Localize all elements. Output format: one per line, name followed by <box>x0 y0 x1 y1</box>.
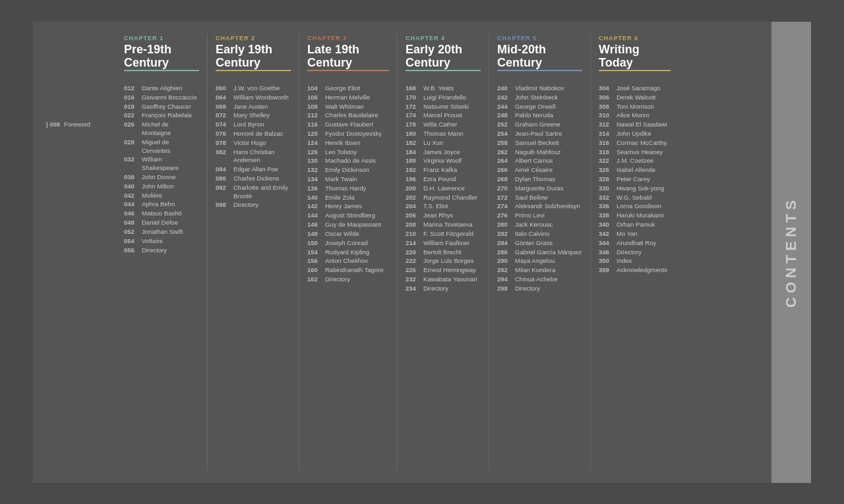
entry-number: 314 <box>599 130 613 138</box>
entry-list-ch3: 104George Eliot106Herman Melville108Walt… <box>307 84 389 284</box>
list-item: 144August Strindberg <box>307 211 389 220</box>
entry-number: 154 <box>307 248 322 257</box>
entry-number: 184 <box>406 148 420 157</box>
entry-number: 312 <box>599 121 613 129</box>
entry-title: John Updike <box>617 130 651 138</box>
entry-title: Jane Austen <box>233 103 268 111</box>
list-item: 202Raymond Chandler <box>406 194 481 202</box>
entry-number: 274 <box>497 202 512 211</box>
list-item: 338Haruki Murakami <box>599 211 671 220</box>
entry-title: Joseph Conrad <box>325 239 367 248</box>
entry-number: 150 <box>307 239 322 248</box>
entry-title: Thomas Mann <box>423 130 464 138</box>
list-item: 308Toni Morrison <box>599 103 671 111</box>
entry-number: 116 <box>307 121 322 129</box>
entry-number: 180 <box>406 130 420 138</box>
entry-title: Rabindranath Tagore <box>325 266 384 275</box>
entry-number: 082 <box>216 148 230 165</box>
list-item: 106Herman Melville <box>307 94 389 102</box>
list-item: 248Pablo Neruda <box>497 111 582 120</box>
entry-title: Graham Greene <box>515 121 560 129</box>
list-item: 076Honoré de Balzac <box>216 130 291 138</box>
entry-title: Bertolt Brecht <box>423 248 462 257</box>
list-item: 200D.H. Lawrence <box>406 184 481 193</box>
chapter-divider-ch1 <box>124 70 199 71</box>
list-item: 142Henry James <box>307 202 389 211</box>
entry-title: Mo Yan <box>617 230 638 238</box>
entry-number: 136 <box>307 184 322 193</box>
list-item: 222Jorge Luis Borges <box>406 257 481 266</box>
entry-number: 156 <box>307 257 322 266</box>
chapter-title-ch5: Mid-20th Century <box>497 43 582 70</box>
entry-number: 018 <box>124 103 138 111</box>
entry-number: 192 <box>406 166 420 175</box>
entry-number: 264 <box>497 157 512 165</box>
entry-title: Edgar Allan Poe <box>233 165 278 174</box>
entry-title: James Joyce <box>423 148 460 157</box>
entry-number: 332 <box>599 194 613 202</box>
entry-title: Directory <box>233 201 258 210</box>
list-item: 084Edgar Allan Poe <box>216 165 291 174</box>
entry-title: Mark Twain <box>325 175 357 184</box>
entry-number: 092 <box>216 184 230 201</box>
list-item: 314John Updike <box>599 130 671 138</box>
entry-title: Virginia Woolf <box>423 157 462 165</box>
chapter-header-ch1: CHAPTER 1Pre-19th Century <box>124 35 199 78</box>
entry-title: Charles Dickens <box>233 175 279 183</box>
list-item: 206Jean Rhys <box>406 211 481 220</box>
column-separator <box>590 35 591 470</box>
entry-number: 028 <box>124 138 138 155</box>
list-item: 210F. Scott Fitzgerald <box>406 230 481 238</box>
list-item: 134Mark Twain <box>307 175 389 184</box>
entry-title: Hwang Sok-yong <box>617 184 664 193</box>
chapter-header-ch3: CHAPTER 3Late 19th Century <box>307 35 389 78</box>
entry-title: Leo Tolstoy <box>325 148 357 157</box>
entry-title: Samuel Beckett <box>515 139 559 148</box>
entry-title: Lu Xun <box>423 139 443 148</box>
chapter-divider-ch6 <box>599 70 671 71</box>
entry-title: Italo Calvino <box>515 230 549 238</box>
chapter-title-ch4: Early 20th Century <box>406 43 481 70</box>
entry-list-ch5: 240Vladimir Nabokov242John Steinbeck244G… <box>497 84 582 293</box>
entry-number: 098 <box>216 201 230 210</box>
entry-number: 340 <box>599 221 613 229</box>
list-item: 124Henrik Ibsen <box>307 139 389 148</box>
entry-title: Anton Chekhov <box>325 257 368 266</box>
list-item: 040John Milton <box>124 182 199 191</box>
list-item: 038John Donne <box>124 173 199 182</box>
entry-number: 022 <box>124 111 138 120</box>
list-item: 046Matsuo Bashō <box>124 210 199 218</box>
entry-number: 284 <box>497 239 512 248</box>
list-item: 120Fyodor Dostoyevsky <box>307 130 389 138</box>
entry-title: George Orwell <box>515 103 555 111</box>
list-item: 268Dylan Thomas <box>497 175 582 184</box>
entry-title: W.B. Yeats <box>423 84 454 93</box>
list-item: 276Primo Levi <box>497 211 582 220</box>
entry-number: 042 <box>124 192 138 200</box>
entry-title: Charlotte and Emily Brontë <box>233 184 291 201</box>
foreword-title: Foreword <box>64 121 90 129</box>
chapter-header-ch2: CHAPTER 2Early 19th Century <box>216 35 291 78</box>
entry-title: Nawal El Saadawi <box>617 121 667 129</box>
list-item: 172Natsume Sōseki <box>406 103 481 111</box>
list-item: 304José Saramago <box>599 84 671 93</box>
entry-number: 248 <box>497 111 512 120</box>
entry-number: 168 <box>406 84 420 93</box>
main-content: CHAPTER 1Pre-19th Century012Dante Alighi… <box>119 35 811 470</box>
entry-list-ch1: 012Dante Alighieri016Giovanni Boccaccio0… <box>124 84 199 254</box>
list-item: 074Lord Byron <box>216 121 291 129</box>
entry-title: T.S. Eliot <box>423 202 448 211</box>
list-item: 330Hwang Sok-yong <box>599 184 671 193</box>
column-separator <box>489 35 489 470</box>
list-item: 214William Faulkner <box>406 239 481 248</box>
entry-title: Toni Morrison <box>617 103 654 111</box>
chapter-title-ch6: Writing Today <box>599 43 671 70</box>
entry-title: Gabriel García Márquez <box>515 248 582 257</box>
entry-number: 326 <box>599 166 613 175</box>
entry-number: 012 <box>124 84 138 93</box>
entry-number: 032 <box>124 155 138 173</box>
list-item: 160Rabindranath Tagore <box>307 266 389 275</box>
chapter-divider-ch3 <box>307 70 389 71</box>
list-item: 234Directory <box>406 285 481 293</box>
entry-title: Gustave Flaubert <box>325 121 373 129</box>
